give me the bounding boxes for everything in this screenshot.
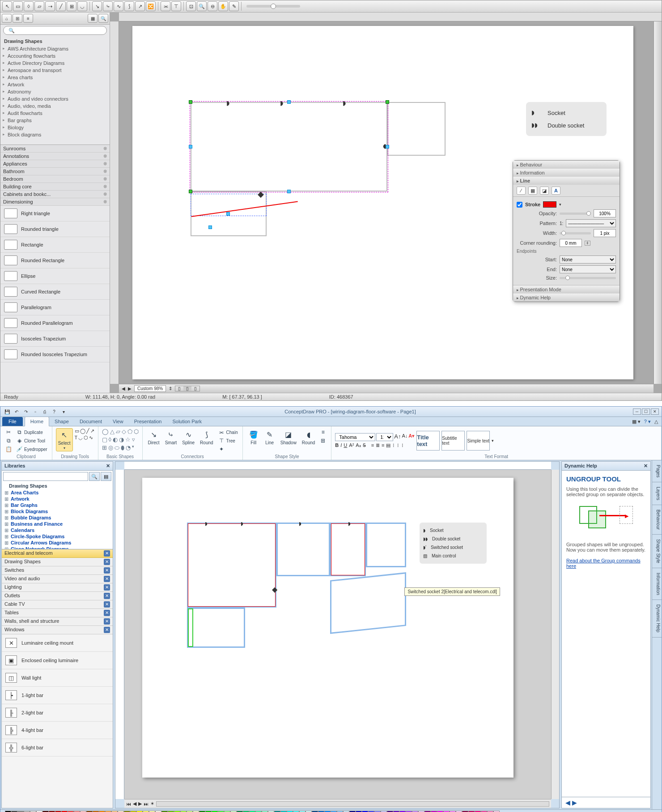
align-center[interactable]: ≣ <box>376 442 380 448</box>
font-select[interactable]: Tahoma <box>335 433 375 441</box>
chain-button[interactable]: ⫘Chain <box>217 428 239 436</box>
note-tool[interactable]: ◊ <box>24 1 34 11</box>
shapes-find-icon[interactable]: 🔍 <box>98 14 108 23</box>
tree-item[interactable]: Calendars <box>2 527 113 533</box>
qat-print-icon[interactable]: ⎙ <box>41 408 49 416</box>
shape-item-b[interactable]: ✕Luminaire ceiling mount <box>2 634 113 652</box>
arc-tool[interactable]: ◡ <box>78 435 83 441</box>
side-tab-layers[interactable]: Layers <box>652 482 662 505</box>
text-tool[interactable]: ▭ <box>13 1 23 11</box>
callout-tool[interactable]: ▱ <box>34 1 44 11</box>
shape-item-b[interactable]: ╟2-light bar <box>2 704 113 722</box>
connector-tool[interactable]: ⇢ <box>45 1 55 11</box>
lib-category[interactable]: Switches✕ <box>2 566 113 575</box>
pattern-select[interactable]: ———————— <box>566 219 616 227</box>
bold-button[interactable]: B <box>335 442 339 448</box>
tab-fill-icon[interactable]: ▦ <box>528 187 537 195</box>
tree-item[interactable]: Circular Arrows Diagrams <box>2 540 113 546</box>
shape-item[interactable]: Rounded Rectangle <box>0 253 110 268</box>
shape-item[interactable]: Isosceles Trapezium <box>0 331 110 347</box>
section-presentation[interactable]: Presentation Mode <box>513 285 620 293</box>
spline-button[interactable]: ∿Spline <box>180 428 196 446</box>
end-select[interactable]: None <box>560 265 616 273</box>
style-subtitle[interactable]: Subtitle text <box>441 431 465 451</box>
conn-curve[interactable]: ∿ <box>114 1 123 11</box>
tab-line-icon[interactable]: ∕ <box>517 187 526 195</box>
lib-search-input[interactable] <box>3 472 88 481</box>
zoom-fit[interactable]: ⊡ <box>186 1 196 11</box>
shape-item[interactable]: Rectangle <box>0 237 110 253</box>
underline-button[interactable]: U <box>344 442 347 448</box>
opacity-input[interactable] <box>594 209 616 217</box>
fill-button[interactable]: 🪣Fill <box>246 428 261 446</box>
help-next-icon[interactable]: ▶ <box>572 799 577 806</box>
category-item[interactable]: Area charts <box>0 74 110 81</box>
width-input[interactable] <box>594 229 616 237</box>
page-prev[interactable]: ◀ <box>122 386 125 391</box>
libraries-close-icon[interactable]: ✕ <box>106 463 110 469</box>
canvas[interactable]: ◗ ◗ ◗ ◖ ◆ ◗Socket ◗◗Double socket Behavi… <box>119 21 654 384</box>
shadow-button[interactable]: ◪Shadow <box>279 428 298 446</box>
tree-item[interactable]: Bar Graphs <box>2 502 113 508</box>
tab-text-icon[interactable]: A <box>552 187 560 195</box>
maximize-button[interactable]: ☐ <box>642 408 650 415</box>
zoom-display[interactable]: Custom 98% <box>134 385 166 392</box>
section-line[interactable]: Line <box>513 177 620 185</box>
opacity-slider[interactable] <box>560 213 591 215</box>
category-item[interactable]: Block diagrams <box>0 131 110 138</box>
canvas-b[interactable]: ◗ ◗ ◗ ◗ ◆ ◗Socket ◗◗Double socket ◗′Swit… <box>124 470 551 799</box>
shapes-search-input[interactable] <box>3 26 107 35</box>
shapes-view-grid-icon[interactable]: ⊞ <box>13 14 22 23</box>
tree-tool[interactable]: ⊤ <box>171 1 181 11</box>
stroke-checkbox[interactable] <box>517 202 522 208</box>
valign-mid[interactable]: ⫶ <box>397 442 399 448</box>
lib-search-button[interactable]: 🔍 <box>89 472 100 481</box>
shape-item-b[interactable]: ▣Enclosed ceiling luminaire <box>2 652 113 669</box>
lib-category[interactable]: Walls, shell and structure✕ <box>2 617 113 626</box>
library-item[interactable]: Bedroom⊗ <box>0 175 110 183</box>
qat-undo-icon[interactable]: ↶ <box>13 408 21 416</box>
shape-item[interactable]: Curved Rectangle <box>0 284 110 300</box>
page-next-b[interactable]: ▶ <box>138 801 142 807</box>
help-link[interactable]: Read about the Group commands here <box>566 558 641 569</box>
library-item[interactable]: Sunrooms⊗ <box>0 145 110 153</box>
side-tab-shape-style[interactable]: Shape Style <box>652 535 662 568</box>
library-item[interactable]: Bathroom⊗ <box>0 168 110 175</box>
tab-home[interactable]: Home <box>25 417 49 426</box>
shape-item[interactable]: Rounded Isosceles Trapezium <box>0 347 110 362</box>
strike-button[interactable]: S̶ <box>363 442 366 448</box>
shape-item-b[interactable]: ╠4-light bar <box>2 722 113 739</box>
chain-tool[interactable]: ⫘ <box>161 1 170 11</box>
size-slider[interactable] <box>560 277 616 279</box>
select-button[interactable]: ↖Select▾ <box>56 428 73 451</box>
shape-item-b[interactable]: ◫Wall light <box>2 669 113 687</box>
tree-button[interactable]: ⊤Tree <box>217 437 239 445</box>
category-item[interactable]: Aerospace and transport <box>0 67 110 74</box>
tab-solution-park[interactable]: Solution Park <box>167 417 207 426</box>
shape-item[interactable]: Right triangle <box>0 206 110 221</box>
ribbon-menu-icon[interactable]: ▦ ▾ <box>630 418 642 425</box>
zoom-out[interactable]: ⊖ <box>208 1 217 11</box>
line-tool[interactable]: ╱ <box>86 428 89 434</box>
zoom-stepper[interactable]: ⇕ <box>169 386 172 391</box>
hscrollbar[interactable] <box>156 801 549 807</box>
paste-button[interactable]: 📋 <box>4 445 13 453</box>
arc-tool[interactable]: ◡ <box>77 1 87 11</box>
conn-round[interactable]: ⟆ <box>124 1 134 11</box>
valign-top[interactable]: ⫶ <box>392 442 395 448</box>
shape-item[interactable]: Ellipse <box>0 268 110 284</box>
italic-button[interactable]: I <box>340 442 342 448</box>
lib-menu-button[interactable]: ▤ <box>101 472 111 481</box>
grow-font-icon[interactable]: A↑ <box>394 433 401 441</box>
section-information[interactable]: Information <box>513 169 620 177</box>
rect-tool[interactable]: ▭ <box>75 428 79 434</box>
copy-button[interactable]: ⧉ <box>4 437 13 445</box>
category-item[interactable]: AWS Architecture Diagrams <box>0 45 110 52</box>
add-page[interactable]: ✶ <box>150 801 154 807</box>
category-item[interactable]: Active Directory Diagrams <box>0 60 110 67</box>
shape-item-b[interactable]: ┝1-light bar <box>2 687 113 704</box>
sub-button[interactable]: A₂ <box>356 442 361 448</box>
styles-more[interactable]: ▾ <box>492 438 494 443</box>
cut-button[interactable]: ✂ <box>4 428 13 436</box>
lib-category[interactable]: Drawing Shapes✕ <box>2 558 113 566</box>
